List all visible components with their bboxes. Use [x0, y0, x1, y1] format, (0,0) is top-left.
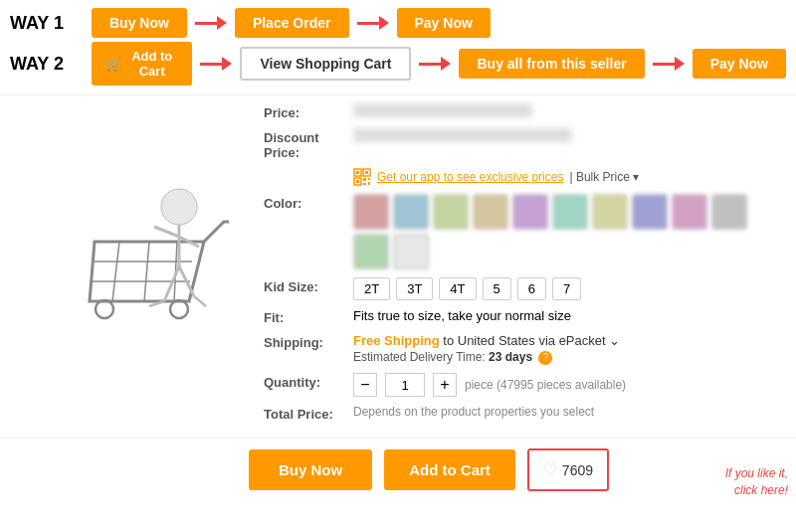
size-5[interactable]: 5: [483, 277, 511, 300]
discount-label: Discount Price:: [264, 128, 353, 160]
kid-size-label: Kid Size:: [264, 277, 353, 294]
shipping-free: Free Shipping: [353, 333, 440, 348]
click-here-note: If you like it, click here!: [725, 465, 788, 499]
svg-rect-18: [365, 171, 368, 174]
pay-now-way2-button[interactable]: Pay Now: [693, 49, 786, 79]
svg-rect-23: [363, 183, 366, 185]
way1-label: WAY 1: [10, 13, 80, 34]
total-price-row: Total Price: Depends on the product prop…: [264, 405, 786, 422]
arrow4: [419, 57, 451, 71]
arrow3: [200, 57, 232, 71]
price-value: [353, 103, 786, 120]
size-3t[interactable]: 3T: [396, 277, 433, 300]
bottom-bar: Buy Now Add to Cart ♡ 7609 If you like i…: [0, 438, 796, 501]
price-label: Price:: [264, 103, 353, 120]
price-row: Price:: [264, 103, 786, 120]
svg-line-2: [112, 242, 119, 301]
left-panel: [10, 103, 249, 430]
color-swatch[interactable]: [512, 194, 548, 230]
svg-line-11: [164, 266, 179, 301]
app-promo-row: Get our app to see exclusive prices | Bu…: [264, 168, 786, 186]
wishlist-button[interactable]: ♡ 7609: [527, 448, 609, 491]
color-swatch[interactable]: [433, 194, 469, 230]
shipping-label: Shipping:: [264, 333, 353, 350]
color-grid: [353, 194, 771, 269]
delivery-time: Estimated Delivery Time: 23 days ?: [353, 350, 786, 365]
quantity-label: Quantity:: [264, 373, 353, 390]
total-price-value: Depends on the product properties you se…: [353, 405, 594, 419]
discount-row: Discount Price:: [264, 128, 786, 160]
color-swatch[interactable]: [353, 194, 389, 230]
svg-rect-22: [368, 178, 370, 180]
right-panel: Price: Discount Price:: [249, 103, 786, 430]
color-swatch[interactable]: [711, 194, 747, 230]
color-swatch[interactable]: [552, 194, 588, 230]
quantity-control: − + piece (47995 pieces available): [353, 373, 626, 397]
quantity-input[interactable]: [385, 373, 425, 397]
svg-rect-20: [356, 180, 359, 183]
color-swatch[interactable]: [632, 194, 668, 230]
svg-rect-24: [368, 182, 370, 185]
way1-row: WAY 1 Buy Now Place Order Pay Now: [10, 8, 786, 38]
place-order-button[interactable]: Place Order: [235, 8, 349, 38]
add-to-cart-way2-button[interactable]: 🛒 Add to Cart: [92, 42, 192, 86]
svg-point-6: [170, 300, 188, 318]
discount-blurred: [353, 128, 572, 142]
quantity-decrease-button[interactable]: −: [353, 373, 377, 397]
qr-icon: [353, 168, 371, 186]
color-swatch[interactable]: [393, 194, 429, 230]
buy-now-bottom-button[interactable]: Buy Now: [249, 449, 372, 490]
arrow5: [653, 57, 685, 71]
price-blurred: [353, 103, 532, 117]
buy-now-way1-button[interactable]: Buy Now: [92, 8, 187, 38]
quantity-increase-button[interactable]: +: [433, 373, 457, 397]
heart-icon: ♡: [543, 460, 557, 479]
main-content: Price: Discount Price:: [0, 95, 796, 438]
svg-line-14: [194, 296, 206, 306]
view-shopping-cart-button[interactable]: View Shopping Cart: [240, 47, 411, 81]
discount-value: [353, 128, 786, 145]
size-7[interactable]: 7: [552, 277, 581, 300]
svg-point-5: [96, 300, 113, 318]
app-promo-text[interactable]: Get our app to see exclusive prices: [377, 170, 563, 184]
color-swatch[interactable]: [473, 194, 508, 230]
color-swatch[interactable]: [393, 234, 429, 269]
total-price-label: Total Price:: [264, 405, 353, 422]
color-swatch[interactable]: [353, 234, 389, 269]
color-swatch[interactable]: [592, 194, 628, 230]
svg-line-3: [144, 242, 149, 301]
color-swatch[interactable]: [672, 194, 707, 230]
shipping-dropdown[interactable]: ⌄: [609, 333, 620, 348]
shipping-to: to United States via ePacket: [443, 333, 605, 348]
size-2t[interactable]: 2T: [353, 277, 390, 300]
shipping-text: Free Shipping to United States via ePack…: [353, 333, 786, 348]
size-4t[interactable]: 4T: [439, 277, 476, 300]
delivery-info-icon: ?: [538, 351, 552, 365]
svg-line-10: [154, 227, 179, 237]
kid-size-row: Kid Size: 2T 3T 4T 5 6 7: [264, 277, 786, 300]
bulk-price-link[interactable]: | Bulk Price ▾: [569, 170, 639, 184]
shipping-info: Free Shipping to United States via ePack…: [353, 333, 786, 365]
cart-icon: 🛒: [105, 57, 121, 72]
quantity-row: Quantity: − + piece (47995 pieces availa…: [264, 373, 786, 397]
svg-rect-16: [356, 171, 359, 174]
arrow1: [195, 16, 227, 30]
buy-all-from-seller-button[interactable]: Buy all from this seller: [459, 49, 644, 79]
shipping-row: Shipping: Free Shipping to United States…: [264, 333, 786, 365]
top-section: WAY 1 Buy Now Place Order Pay Now WAY 2 …: [0, 0, 796, 95]
app-promo: Get our app to see exclusive prices | Bu…: [353, 168, 639, 186]
color-label: Color:: [264, 194, 353, 211]
quantity-info: piece (47995 pieces available): [465, 378, 626, 392]
size-6[interactable]: 6: [517, 277, 546, 300]
pay-now-way1-button[interactable]: Pay Now: [397, 8, 491, 38]
cart-figure-svg: [25, 172, 234, 361]
fit-label: Fit:: [264, 308, 353, 325]
delivery-days: 23 days: [489, 350, 532, 364]
size-buttons: 2T 3T 4T 5 6 7: [353, 277, 581, 300]
svg-rect-21: [363, 178, 366, 181]
arrow2: [357, 16, 389, 30]
wishlist-count: 7609: [562, 462, 593, 478]
fit-row: Fit: Fits true to size, take your normal…: [264, 308, 786, 325]
add-to-cart-bottom-button[interactable]: Add to Cart: [384, 449, 515, 490]
way2-label: WAY 2: [10, 54, 80, 75]
